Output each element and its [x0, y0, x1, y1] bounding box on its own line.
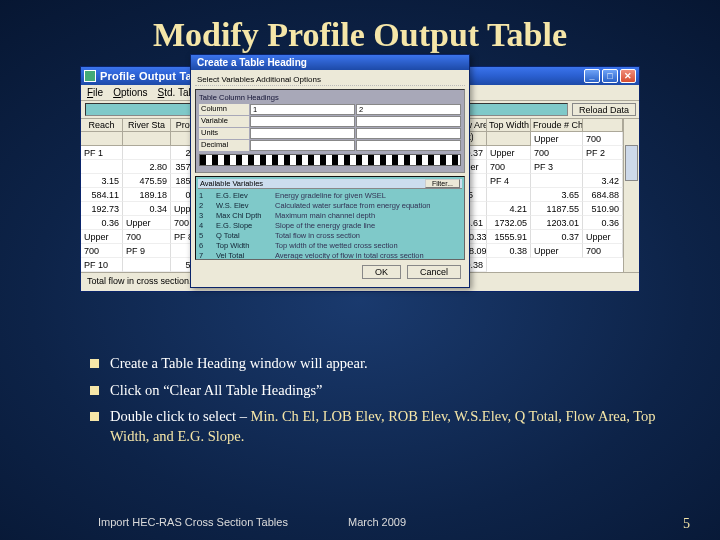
- cell-froude: 0.37: [531, 230, 583, 244]
- cell-profile: PF 1: [81, 146, 123, 160]
- cell-reach: Upper: [123, 216, 171, 230]
- cell-vel: 2.80: [123, 160, 171, 174]
- cell-q: [123, 258, 171, 272]
- page-number: 5: [683, 516, 690, 532]
- cell-topwidth: 189.18: [123, 188, 171, 202]
- maximize-button[interactable]: □: [602, 69, 618, 83]
- cell-topwidth: 510.90: [583, 202, 623, 216]
- cell-area: 475.59: [123, 174, 171, 188]
- cell-reach: Upper: [487, 146, 531, 160]
- bullet-3: Double click to select – Min. Ch El, LOB…: [88, 407, 672, 446]
- minimize-button[interactable]: _: [584, 69, 600, 83]
- cell-froude: 0.36: [81, 216, 123, 230]
- column-subheader: [487, 132, 531, 146]
- ok-button[interactable]: OK: [362, 265, 401, 279]
- table-column-headings-panel: Table Column Headings Column 1 2 Variabl…: [195, 89, 465, 173]
- available-variables-list[interactable]: Available Variables Filter... 1E.G. Elev…: [195, 176, 465, 260]
- col-1[interactable]: 1: [250, 104, 355, 115]
- cell-sta: 700: [531, 146, 583, 160]
- footer-left: Import HEC-RAS Cross Section Tables: [98, 516, 348, 532]
- menu-file[interactable]: File: [87, 87, 103, 98]
- variable-item[interactable]: 3Max Chl DpthMaximum main channel depth: [198, 211, 462, 221]
- col-label: Column: [199, 104, 249, 115]
- filter-button[interactable]: Filter...: [425, 179, 460, 188]
- menu-options[interactable]: Options: [113, 87, 147, 98]
- cell-vel: 3.65: [531, 188, 583, 202]
- dialog-title[interactable]: Create a Table Heading: [191, 55, 469, 70]
- cell-topwidth: 192.73: [81, 202, 123, 216]
- cell-profile: PF 10: [81, 258, 123, 272]
- column-subheader: [123, 132, 171, 146]
- panel-label: Table Column Headings: [199, 93, 461, 102]
- cell-q: [531, 174, 583, 188]
- cell-profile: PF 3: [531, 160, 583, 174]
- variable-item[interactable]: 4E.G. SlopeSlope of the energy grade lin…: [198, 221, 462, 231]
- col-2[interactable]: 2: [356, 104, 461, 115]
- vertical-scrollbar[interactable]: [623, 119, 639, 272]
- slide-title: Modify Profile Output Table: [0, 0, 720, 62]
- cell-sta: 700: [123, 230, 171, 244]
- column-subheader: [81, 132, 123, 146]
- create-table-heading-dialog: Create a Table Heading Select Variables …: [190, 54, 470, 288]
- bullet-1: Create a Table Heading window will appea…: [88, 354, 672, 374]
- variable-item[interactable]: 2W.S. ElevCalculated water surface from …: [198, 201, 462, 211]
- cell-sta: 700: [583, 132, 623, 146]
- screenshot-stack: Profile Output Tab _ □ ✕ File Options St…: [80, 66, 640, 336]
- row-variable: Variable: [199, 116, 249, 127]
- cell-area: 684.88: [583, 188, 623, 202]
- cell-sta: 700: [487, 160, 531, 174]
- variable-item[interactable]: 1E.G. ElevEnergy gradeline for given WSE…: [198, 191, 462, 201]
- column-header: Froude # Ch: [531, 119, 583, 132]
- cell-vel: 4.21: [487, 202, 531, 216]
- row-units: Units: [199, 128, 249, 139]
- slide-footer: Import HEC-RAS Cross Section Tables Marc…: [0, 516, 720, 532]
- cell-reach: Upper: [531, 132, 583, 146]
- cell-froude: 0.38: [487, 244, 531, 258]
- reload-data-button[interactable]: Reload Data: [572, 103, 636, 116]
- cell-q: [123, 146, 171, 160]
- column-header: River Sta: [123, 119, 171, 132]
- footer-center: March 2009: [348, 516, 683, 532]
- cell-reach: Upper: [531, 244, 583, 258]
- variable-item[interactable]: 6Top WidthTop width of the wetted cross …: [198, 241, 462, 251]
- variable-item[interactable]: 5Q TotalTotal flow in cross section: [198, 231, 462, 241]
- variable-item[interactable]: 7Vel TotalAverage velocity of flow in to…: [198, 251, 462, 260]
- cell-profile: PF 9: [123, 244, 171, 258]
- cell-vel: 3.15: [81, 174, 123, 188]
- cell-area: 1187.55: [531, 202, 583, 216]
- row-decimal: Decimal: [199, 140, 249, 151]
- cell-profile: PF 4: [487, 174, 531, 188]
- cell-froude: 0.36: [583, 216, 623, 230]
- cell-q: [583, 160, 623, 174]
- dialog-tabs[interactable]: Select Variables Additional Options: [195, 74, 465, 86]
- cell-profile: PF 2: [583, 146, 623, 160]
- column-subheader: [583, 119, 623, 132]
- available-variables-label: Available Variables: [200, 179, 263, 188]
- cell-reach: Upper: [81, 230, 123, 244]
- cell-froude: 0.34: [123, 202, 171, 216]
- heading-grid[interactable]: Column 1 2 Variable Units Decimal: [199, 104, 461, 151]
- column-preview-strip: [199, 154, 461, 166]
- cell-area: 584.11: [81, 188, 123, 202]
- close-button[interactable]: ✕: [620, 69, 636, 83]
- cell-q: [81, 160, 123, 174]
- cell-q: [487, 188, 531, 202]
- cell-topwidth: 1203.01: [531, 216, 583, 230]
- cell-area: 1732.05: [487, 216, 531, 230]
- app-icon: [84, 70, 96, 82]
- cell-reach: Upper: [583, 230, 623, 244]
- column-header: Top Width: [487, 119, 531, 132]
- bullet-2: Click on “Clear All Table Headings”: [88, 381, 672, 401]
- cell-topwidth: 1555.91: [487, 230, 531, 244]
- cell-vel: 3.42: [583, 174, 623, 188]
- bullet-list: Create a Table Heading window will appea…: [48, 354, 672, 446]
- cell-sta: 700: [583, 244, 623, 258]
- cancel-button[interactable]: Cancel: [407, 265, 461, 279]
- cell-sta: 700: [81, 244, 123, 258]
- column-header: Reach: [81, 119, 123, 132]
